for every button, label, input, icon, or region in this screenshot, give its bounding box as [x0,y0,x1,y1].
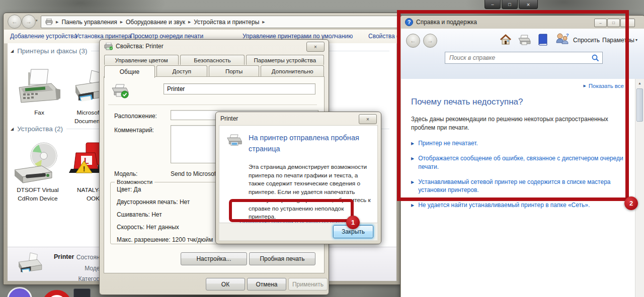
taskbar-icon-purple[interactable] [7,287,32,297]
help-link-item[interactable]: ▶Принтер не печатает. [411,139,626,148]
tab-advanced[interactable]: Дополнительно [261,65,324,76]
address-printer-icon [45,19,53,25]
book-icon[interactable] [538,34,548,46]
tab-label: Доступ [173,68,191,74]
tab-color-management[interactable]: Управление цветом [104,55,179,65]
help-titlebar[interactable]: ? Справка и поддержка – □ × [400,16,644,29]
tab-security[interactable]: Безопасность [180,55,244,65]
svg-text:!: ! [83,165,86,173]
tab-row-lower: Общие Доступ Порты Дополнительно [103,65,325,76]
close-icon: × [366,117,369,122]
print-icon[interactable] [518,35,531,46]
minimize-icon: – [491,2,494,7]
properties-close-button[interactable]: × [306,42,325,52]
device-item-cdrom[interactable]: DTSOFT Virtual CdRom Device [9,142,67,203]
svg-text:?: ? [408,19,411,25]
help-link-item[interactable]: ▶Отображается сообщение об ошибке, связа… [411,154,626,171]
help-content: ▶ Показать все Почему печать недоступна?… [401,79,644,297]
scroll-thumb[interactable] [636,88,643,122]
help-minimize-button[interactable]: – [594,19,607,27]
options-label[interactable]: Параметры [602,37,634,44]
ask-people-icon[interactable]: ? [555,33,569,46]
address-bar[interactable]: ▶ Панель управления ▶ Оборудование и зву… [41,16,402,28]
show-all-link[interactable]: ▶ Показать все [583,83,624,89]
group-title: Принтеры и факсы (3) [17,47,87,55]
properties-titlebar[interactable]: Свойства: Printer × [100,40,329,53]
printer-name-field[interactable] [164,83,315,94]
scroll-up-button[interactable]: ▲ [635,79,644,87]
taskbar-icon-dark[interactable] [73,288,91,297]
test-dialog-close-button[interactable]: × [359,114,377,124]
bullet-arrow-icon: ▶ [411,178,414,195]
help-intro: Здесь даны рекомендации по решению некот… [411,115,631,133]
back-icon: ← [410,37,416,44]
help-search-box [445,52,603,64]
maximize-icon: □ [508,2,511,7]
close-icon: × [626,21,629,25]
properties-title: Свойства: Printer [116,43,164,50]
forward-icon: → [427,37,433,44]
help-search-input[interactable] [445,53,592,63]
toolbar-add-device[interactable]: Добавление устройства [10,33,77,40]
tab-ports[interactable]: Порты [209,65,260,76]
search-icon[interactable] [592,54,599,62]
help-back-button[interactable]: ← [406,34,420,48]
toolbar-install-printer[interactable]: Установка принтера [75,33,131,40]
collapse-icon: ◢ [11,49,14,53]
breadcrumb-devices-printers[interactable]: Устройства и принтеры [194,19,259,26]
device-item-fax[interactable]: Fax [12,68,67,117]
help-link-text: Устанавливаемый сетевой принтер не содер… [418,178,626,195]
toolbar-manage-default[interactable]: Управление принтерами по умолчанию [243,33,353,40]
bullet-arrow-icon: ▶ [411,139,414,148]
ok-button[interactable]: ОК [206,278,245,290]
printer-check-icon [111,83,129,98]
model-label: Модель: [114,170,137,177]
taskbar-icon-red[interactable] [42,290,71,297]
help-link-text: Не удается найти устанавливаемый принтер… [418,201,590,210]
minimize-button[interactable]: – [485,0,501,9]
help-scrollbar[interactable]: ▲ [635,79,644,297]
ask-label[interactable]: Спросить [573,37,600,44]
breadcrumb-sep: ▶ [188,20,191,24]
preferences-button[interactable]: Настройка... [181,252,247,265]
back-icon: ← [12,18,18,25]
nav-dropdown-icon[interactable]: ▾ [36,19,38,23]
help-link-item[interactable]: ▶Устанавливаемый сетевой принтер не соде… [411,178,626,195]
toolbar-view-queue[interactable]: Просмотр очереди печати [130,33,203,40]
test-dialog-heading: На принтер отправлена пробная страница [249,133,369,155]
breadcrumb-hardware-sound[interactable]: Оборудование и звук [126,19,185,26]
tab-sharing[interactable]: Доступ [156,65,207,76]
tab-row-upper: Управление цветом Безопасность Параметры… [103,55,325,65]
forward-button[interactable]: → [22,15,36,29]
help-link-item[interactable]: ▶Не удается найти устанавливаемый принте… [411,201,626,210]
section-divider [108,105,317,105]
maximize-button[interactable]: □ [502,0,518,9]
collapse-icon: ◢ [11,127,14,131]
device-label-line2: CdRom Device [9,194,67,203]
help-close-button[interactable]: × [620,19,635,27]
model-value: Send to Microsoft [171,170,217,177]
help-maximize-button[interactable]: □ [607,19,620,27]
test-print-button[interactable]: Пробная печать [249,252,315,265]
help-forward-button[interactable]: → [423,34,437,48]
tab-general[interactable]: Общие [104,65,155,78]
test-dialog-titlebar[interactable]: Printer × [216,112,381,125]
home-icon[interactable] [500,34,512,46]
close-icon: × [314,44,317,50]
back-button[interactable]: ← [8,15,22,29]
nav-bar: ← → ▾ ▶ Панель управления ▶ Оборудование… [4,13,400,30]
background-window-controls: – □ × [485,0,538,9]
toolbar-server-properties[interactable]: Свойства се [368,33,400,40]
help-icon: ? [405,18,413,26]
apply-button[interactable]: Применить [288,278,328,290]
tab-label: Параметры устройства [254,57,316,63]
features-title: Возможности [115,179,154,185]
cancel-button[interactable]: Отмена [247,278,286,290]
options-dropdown-icon[interactable]: ▾ [635,38,637,42]
tab-label: Общие [120,68,139,75]
breadcrumb-control-panel[interactable]: Панель управления [61,19,117,26]
test-dialog-body: Эта страница демонстрирует возможности п… [249,163,372,221]
close-button[interactable]: × [519,0,538,9]
help-support-window: ? Справка и поддержка – □ × ← → ? Спроси… [400,15,644,297]
tab-device-settings[interactable]: Параметры устройства [246,55,324,65]
